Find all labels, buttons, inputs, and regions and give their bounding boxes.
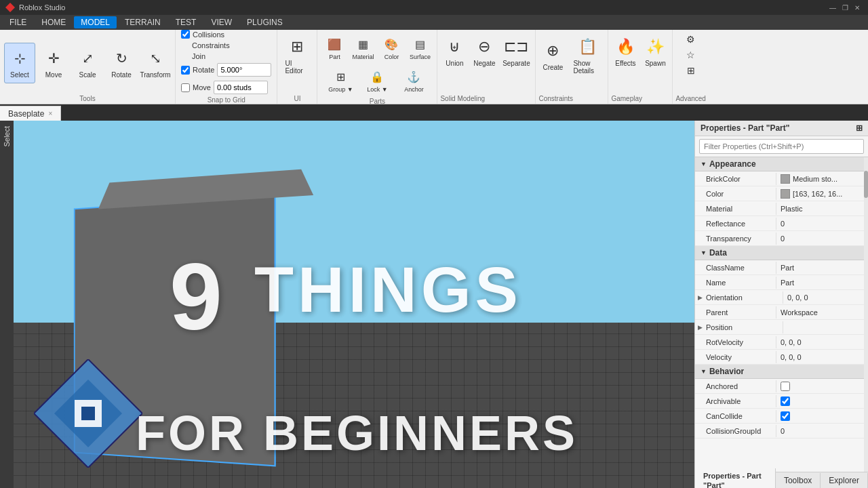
ui-section: ⊞ UI Editor UI bbox=[277, 30, 317, 104]
rotate-snap-checkbox[interactable] bbox=[181, 66, 190, 75]
svg-rect-4 bbox=[81, 407, 95, 420]
collisiongroupid-name: CollisionGroupId bbox=[695, 425, 776, 437]
tab-name: Baseplate bbox=[8, 109, 44, 119]
brickcolor-row: BrickColor Medium sto... bbox=[695, 171, 868, 186]
cancollide-checkbox[interactable] bbox=[781, 411, 790, 421]
collisiongroupid-value[interactable]: 0 bbox=[776, 425, 868, 437]
effects-label: Effects bbox=[615, 60, 635, 67]
archivable-checkbox[interactable] bbox=[781, 396, 790, 406]
brickcolor-swatch bbox=[781, 174, 790, 184]
position-name: Position bbox=[702, 321, 783, 333]
reflectance-value[interactable]: 0 bbox=[776, 218, 868, 230]
group-button[interactable]: ⊞ Group ▼ bbox=[323, 65, 357, 95]
menu-view[interactable]: VIEW bbox=[204, 16, 239, 28]
material-button[interactable]: ▦ Material bbox=[350, 33, 376, 62]
filter-input[interactable] bbox=[699, 139, 864, 154]
footer-tab-explorer[interactable]: Explorer bbox=[821, 473, 868, 488]
create-button[interactable]: ⊕ Create bbox=[538, 33, 567, 78]
viewport[interactable]: 9 THINGS FOR BEGINNERS bbox=[14, 121, 694, 488]
cancollide-value[interactable] bbox=[776, 409, 868, 423]
create-label: Create bbox=[542, 64, 563, 71]
menu-model[interactable]: MODEL bbox=[74, 16, 117, 28]
behavior-section-header[interactable]: ▼ Behavior bbox=[695, 365, 868, 379]
name-prop-value[interactable]: Part bbox=[776, 277, 868, 289]
advanced-btn-3[interactable]: ⊞ bbox=[680, 64, 702, 77]
menu-plugins[interactable]: PLUGINS bbox=[240, 16, 290, 28]
orientation-expand-icon[interactable]: ▶ bbox=[695, 294, 702, 301]
ui-editor-button[interactable]: ⊞ UI Editor bbox=[281, 33, 313, 78]
window-controls[interactable]: — ❐ ✕ bbox=[827, 2, 863, 13]
close-button[interactable]: ✕ bbox=[852, 2, 863, 13]
anchored-value[interactable] bbox=[776, 380, 868, 393]
menu-test[interactable]: TEST bbox=[169, 16, 203, 28]
move-snap-checkbox[interactable] bbox=[181, 83, 190, 92]
effects-button[interactable]: 🔥 Effects bbox=[611, 33, 639, 70]
properties-header: Properties - Part "Part" ⊞ bbox=[695, 121, 868, 136]
color-button[interactable]: 🎨 Color bbox=[378, 33, 404, 62]
rotate-snap-input[interactable] bbox=[217, 63, 271, 77]
rotate-tool-button[interactable]: ↻ Rotate bbox=[106, 43, 137, 83]
collisions-checkbox[interactable] bbox=[181, 30, 190, 39]
anchored-checkbox[interactable] bbox=[781, 382, 790, 391]
separate-button[interactable]: ⊏⊐ Separate bbox=[500, 33, 532, 70]
behavior-label: Behavior bbox=[709, 367, 744, 376]
velocity-value[interactable]: 0, 0, 0 bbox=[776, 351, 868, 363]
position-row: ▶ Position bbox=[695, 320, 868, 335]
orientation-value[interactable]: 0, 0, 0 bbox=[783, 291, 868, 304]
parts-section: 🟫 Part ▦ Material 🎨 Color ▤ Surface ⊞ Gr… bbox=[317, 30, 437, 104]
menubar: FILE HOME MODEL TERRAIN TEST VIEW PLUGIN… bbox=[0, 15, 868, 30]
surface-button[interactable]: ▤ Surface bbox=[407, 33, 433, 62]
show-details-button[interactable]: 📋 Show Details bbox=[570, 33, 605, 78]
union-button[interactable]: ⊎ Union bbox=[440, 33, 469, 70]
rotate-label: Rotate bbox=[111, 71, 131, 79]
spawn-label: Spawn bbox=[645, 60, 666, 67]
footer-tab-toolbox[interactable]: Toolbox bbox=[776, 473, 821, 488]
select-tool-button[interactable]: ⊹ Select bbox=[4, 43, 35, 83]
anchor-button[interactable]: ⚓ Anchor bbox=[397, 65, 431, 95]
diamond-logo bbox=[34, 359, 142, 468]
effects-icon: 🔥 bbox=[614, 36, 636, 58]
velocity-row: Velocity 0, 0, 0 bbox=[695, 350, 868, 365]
move-snap-input[interactable] bbox=[214, 81, 268, 94]
negate-button[interactable]: ⊖ Negate bbox=[470, 33, 498, 70]
menu-file[interactable]: FILE bbox=[3, 16, 33, 28]
expand-icon[interactable]: ⊞ bbox=[856, 123, 863, 133]
part-button[interactable]: 🟫 Part bbox=[321, 33, 347, 62]
separate-icon: ⊏⊐ bbox=[505, 36, 527, 58]
effects-section: 🔥 Effects ✨ Spawn Gameplay bbox=[608, 30, 673, 104]
parent-value[interactable]: Workspace bbox=[776, 306, 868, 319]
minimize-button[interactable]: — bbox=[827, 2, 838, 13]
menu-terrain[interactable]: TERRAIN bbox=[118, 16, 167, 28]
parent-row: Parent Workspace bbox=[695, 305, 868, 320]
position-value[interactable] bbox=[783, 325, 868, 329]
material-prop-name: Material bbox=[695, 203, 776, 215]
scale-tool-button[interactable]: ⤢ Scale bbox=[72, 43, 103, 83]
maximize-button[interactable]: ❐ bbox=[840, 2, 850, 13]
advanced-btn-2[interactable]: ☆ bbox=[680, 48, 702, 62]
move-tool-button[interactable]: ✛ Move bbox=[38, 43, 69, 83]
anchored-row: Anchored bbox=[695, 379, 868, 394]
reflectance-name: Reflectance bbox=[695, 218, 776, 230]
menu-home[interactable]: HOME bbox=[35, 16, 73, 28]
lock-button[interactable]: 🔒 Lock ▼ bbox=[360, 65, 394, 95]
transparency-value[interactable]: 0 bbox=[776, 232, 868, 245]
archivable-row: Archivable bbox=[695, 394, 868, 409]
appearance-section-header[interactable]: ▼ Appearance bbox=[695, 157, 868, 171]
color-icon: 🎨 bbox=[382, 35, 401, 54]
behavior-arrow-icon: ▼ bbox=[701, 368, 707, 375]
viewport-tab[interactable]: Baseplate × bbox=[0, 106, 61, 121]
color-prop-value[interactable]: [163, 162, 16... bbox=[776, 187, 868, 201]
position-expand-icon[interactable]: ▶ bbox=[695, 324, 702, 331]
brickcolor-value[interactable]: Medium sto... bbox=[776, 172, 868, 186]
archivable-value[interactable] bbox=[776, 394, 868, 408]
transform-tool-button[interactable]: ⤡ Transform bbox=[140, 43, 171, 83]
appearance-arrow-icon: ▼ bbox=[701, 161, 707, 167]
spawn-button[interactable]: ✨ Spawn bbox=[641, 33, 669, 70]
data-section-header[interactable]: ▼ Data bbox=[695, 246, 868, 260]
advanced-btn-1[interactable]: ⚙ bbox=[680, 33, 702, 46]
material-prop-value[interactable]: Plastic bbox=[776, 203, 868, 215]
tab-close-button[interactable]: × bbox=[48, 110, 52, 117]
scrollbar-thumb[interactable] bbox=[864, 171, 868, 198]
rotvelocity-value[interactable]: 0, 0, 0 bbox=[776, 336, 868, 348]
select-icon: ⊹ bbox=[9, 47, 31, 69]
